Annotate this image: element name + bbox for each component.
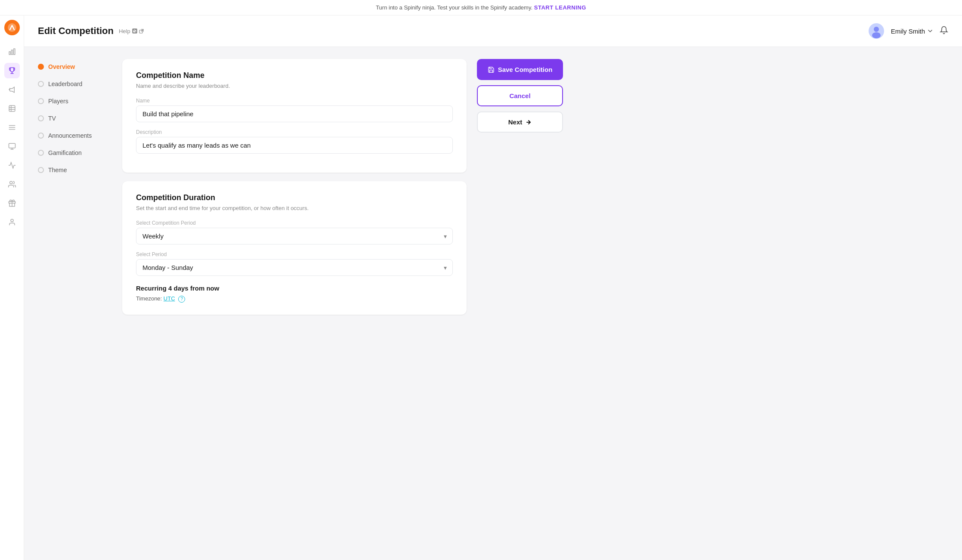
monitor-icon[interactable] — [4, 139, 20, 154]
svg-rect-4 — [9, 105, 15, 111]
start-learning-link[interactable]: START LEARNING — [534, 4, 586, 11]
banner-text: Turn into a Spinify ninja. Test your ski… — [376, 4, 532, 11]
brand-logo[interactable] — [4, 20, 20, 35]
svg-rect-1 — [9, 52, 10, 55]
period-select[interactable]: Weekly Daily Monthly Custom — [136, 228, 453, 244]
top-banner: Turn into a Spinify ninja. Test your ski… — [0, 0, 962, 15]
nav-label-theme: Theme — [48, 167, 67, 173]
competition-duration-title: Competition Duration — [136, 193, 453, 202]
svg-rect-2 — [11, 50, 12, 55]
description-field-label: Description — [136, 129, 453, 135]
competition-duration-subtitle: Set the start and end time for your comp… — [136, 205, 453, 211]
page-header: Edit Competition Help Emily Smith — [24, 15, 962, 47]
user-name[interactable]: Emily Smith — [891, 28, 933, 35]
nav-label-gamification: Gamification — [48, 149, 82, 156]
nav-item-theme[interactable]: Theme — [34, 162, 112, 178]
save-competition-button[interactable]: Save Competition — [477, 59, 563, 80]
external-link-icon — [139, 29, 144, 34]
megaphone-icon[interactable] — [4, 82, 20, 97]
center-content: Competition Name Name and describe your … — [122, 59, 467, 315]
gift-icon[interactable] — [4, 195, 20, 211]
svg-point-22 — [874, 27, 879, 32]
help-label: Help — [119, 28, 130, 34]
person-icon[interactable] — [4, 214, 20, 230]
nav-dot-announcements — [38, 133, 44, 139]
cancel-button[interactable]: Cancel — [477, 85, 563, 106]
list-icon[interactable] — [4, 120, 20, 135]
right-actions: Save Competition Cancel Next — [477, 59, 563, 133]
nav-dot-leaderboard — [38, 81, 44, 87]
svg-point-23 — [872, 32, 881, 38]
svg-rect-3 — [13, 49, 15, 55]
competition-name-card: Competition Name Name and describe your … — [122, 59, 467, 173]
competition-name-subtitle: Name and describe your leaderboard. — [136, 83, 453, 89]
timezone-link[interactable]: UTC — [164, 295, 175, 302]
graph-icon[interactable] — [4, 158, 20, 173]
nav-label-announcements: Announcements — [48, 132, 92, 139]
left-nav: Overview Leaderboard Players TV Announce… — [34, 59, 112, 179]
description-field-group: Description — [136, 129, 453, 154]
description-input[interactable] — [136, 137, 453, 154]
svg-point-14 — [9, 181, 12, 184]
nav-dot-tv — [38, 115, 44, 121]
next-button[interactable]: Next — [477, 111, 563, 133]
nav-dot-overview — [38, 64, 44, 70]
select-period-group: Select Period Monday - Sunday Tuesday - … — [136, 251, 453, 276]
page-title: Edit Competition — [38, 25, 114, 37]
help-link[interactable]: Help — [119, 28, 144, 34]
chart-bar-icon[interactable] — [4, 44, 20, 59]
notification-bell-icon[interactable] — [940, 26, 948, 37]
table-icon[interactable] — [4, 101, 20, 116]
nav-item-announcements[interactable]: Announcements — [34, 128, 112, 143]
select-period-select[interactable]: Monday - Sunday Tuesday - Monday Wednesd… — [136, 259, 453, 276]
trophy-icon[interactable] — [4, 63, 20, 78]
chevron-down-icon — [928, 28, 933, 34]
next-button-label: Next — [508, 118, 523, 126]
name-field-label: Name — [136, 98, 453, 104]
timezone-help-icon[interactable]: ? — [178, 296, 185, 303]
nav-label-players: Players — [48, 98, 68, 105]
name-field-group: Name — [136, 98, 453, 122]
nav-item-leaderboard[interactable]: Leaderboard — [34, 76, 112, 92]
select-period-label: Select Period — [136, 251, 453, 257]
nav-item-overview[interactable]: Overview — [34, 59, 112, 74]
name-input[interactable] — [136, 105, 453, 122]
next-arrow-icon — [526, 119, 532, 125]
competition-name-title: Competition Name — [136, 71, 453, 80]
user-area: Emily Smith — [869, 23, 948, 39]
nav-dot-players — [38, 98, 44, 104]
nav-label-leaderboard: Leaderboard — [48, 80, 82, 87]
period-select-wrapper: Weekly Daily Monthly Custom — [136, 228, 453, 244]
icon-sidebar — [0, 15, 24, 560]
svg-point-17 — [11, 219, 13, 222]
svg-rect-11 — [9, 143, 15, 148]
nav-label-overview: Overview — [48, 63, 75, 70]
competition-duration-card: Competition Duration Set the start and e… — [122, 181, 467, 315]
select-period-wrapper: Monday - Sunday Tuesday - Monday Wednesd… — [136, 259, 453, 276]
nav-item-gamification[interactable]: Gamification — [34, 145, 112, 161]
svg-point-0 — [8, 23, 16, 32]
timezone-label: Timezone: — [136, 295, 162, 302]
nav-item-players[interactable]: Players — [34, 93, 112, 109]
nav-item-tv[interactable]: TV — [34, 111, 112, 126]
save-button-label: Save Competition — [498, 66, 553, 73]
period-select-group: Select Competition Period Weekly Daily M… — [136, 220, 453, 244]
nav-label-tv: TV — [48, 115, 56, 122]
avatar — [869, 23, 884, 39]
recurring-text: Recurring 4 days from now — [136, 285, 453, 292]
timezone-row: Timezone: UTC ? — [136, 295, 453, 303]
nav-dot-theme — [38, 167, 44, 173]
period-select-label: Select Competition Period — [136, 220, 453, 226]
save-icon — [488, 66, 495, 73]
users-icon[interactable] — [4, 176, 20, 192]
nav-dot-gamification — [38, 150, 44, 156]
